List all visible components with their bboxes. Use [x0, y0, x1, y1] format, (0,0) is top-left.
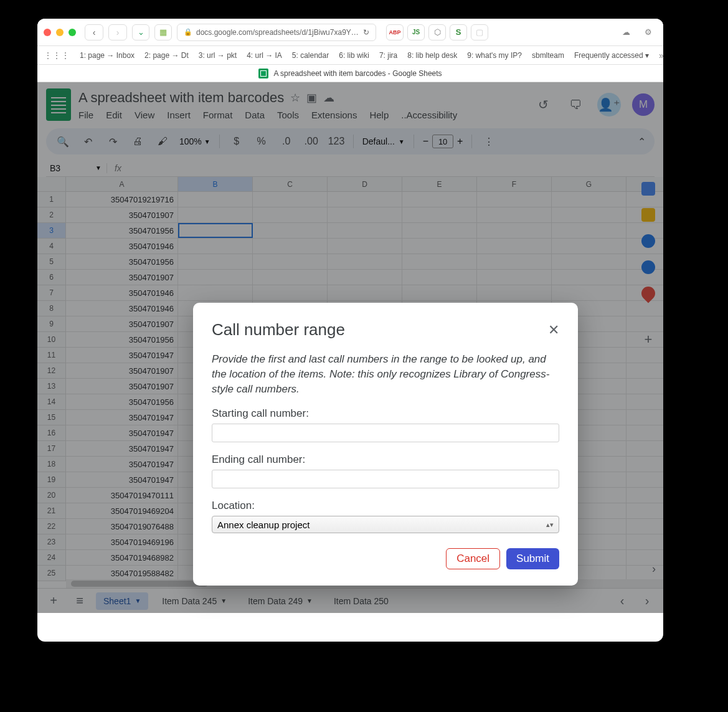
- location-select[interactable]: Annex cleanup project ▴▾: [212, 516, 559, 533]
- bookmarks-bar: ⋮⋮⋮ 1: page → Inbox 2: page → Dt 3: url …: [37, 46, 663, 65]
- location-label: Location:: [212, 500, 559, 512]
- cloud-icon[interactable]: ☁: [617, 24, 635, 40]
- submit-button[interactable]: Submit: [506, 548, 559, 569]
- back-button[interactable]: ‹: [85, 24, 103, 40]
- bookmark-item[interactable]: sbmlteam: [532, 51, 564, 60]
- browser-toolbar: ‹ › ⌄ ▦ 🔒 docs.google.com/spreadsheets/d…: [37, 19, 663, 46]
- bookmark-item[interactable]: 6: lib wiki: [339, 51, 369, 60]
- browser-window: ‹ › ⌄ ▦ 🔒 docs.google.com/spreadsheets/d…: [37, 19, 663, 642]
- call-number-range-dialog: Call number range ✕ Provide the first an…: [193, 303, 578, 586]
- gear-icon[interactable]: ⚙: [640, 24, 657, 40]
- bookmark-item[interactable]: 8: lib help desk: [407, 51, 457, 60]
- apps-grid-icon[interactable]: ⋮⋮⋮: [44, 50, 70, 60]
- reload-icon[interactable]: ↻: [363, 28, 369, 37]
- ext-icon[interactable]: ▢: [471, 24, 488, 40]
- url-bar[interactable]: 🔒 docs.google.com/spreadsheets/d/1jBiwu7…: [177, 24, 376, 41]
- shield-icon[interactable]: ⬡: [428, 24, 446, 40]
- pocket-icon[interactable]: ⌄: [132, 24, 149, 40]
- js-icon[interactable]: JS: [407, 24, 425, 40]
- bookmark-item[interactable]: 9: what's my IP?: [467, 51, 522, 60]
- bookmark-item[interactable]: 3: url → pkt: [199, 51, 237, 60]
- bookmarks-overflow-icon[interactable]: »: [659, 50, 663, 60]
- tab-title: A spreadsheet with item barcodes - Googl…: [273, 69, 442, 78]
- bookmark-item[interactable]: 1: page → Inbox: [80, 51, 135, 60]
- bookmark-item[interactable]: 7: jira: [379, 51, 397, 60]
- close-icon[interactable]: ✕: [548, 322, 559, 338]
- forward-button: ›: [108, 24, 127, 40]
- select-arrows-icon: ▴▾: [546, 521, 554, 529]
- bookmark-item[interactable]: 4: url → IA: [247, 51, 282, 60]
- sheets-favicon-icon: [258, 69, 268, 78]
- cancel-button[interactable]: Cancel: [446, 548, 500, 569]
- ending-call-number-label: Ending call number:: [212, 453, 559, 466]
- tab-title-bar: A spreadsheet with item barcodes - Googl…: [37, 65, 663, 82]
- close-window-icon[interactable]: [44, 29, 51, 36]
- url-text: docs.google.com/spreadsheets/d/1jBiwu7xa…: [196, 28, 359, 37]
- traffic-lights: [44, 29, 76, 36]
- dialog-title: Call number range: [212, 320, 345, 339]
- abp-icon[interactable]: ABP: [386, 24, 404, 40]
- starting-call-number-label: Starting call number:: [212, 407, 559, 420]
- minimize-window-icon[interactable]: [56, 29, 64, 36]
- extension-icon[interactable]: ▦: [154, 24, 172, 40]
- dialog-description: Provide the first and last call numbers …: [212, 352, 559, 396]
- maximize-window-icon[interactable]: [69, 29, 76, 36]
- ending-call-number-input[interactable]: [212, 470, 559, 488]
- bookmark-item[interactable]: Frequently accessed ▾: [574, 51, 649, 60]
- s-ext-icon[interactable]: S: [450, 24, 467, 40]
- lock-icon: 🔒: [184, 28, 192, 36]
- bookmark-item[interactable]: 2: page → Dt: [144, 51, 189, 60]
- bookmark-item[interactable]: 5: calendar: [292, 51, 329, 60]
- starting-call-number-input[interactable]: [212, 424, 559, 442]
